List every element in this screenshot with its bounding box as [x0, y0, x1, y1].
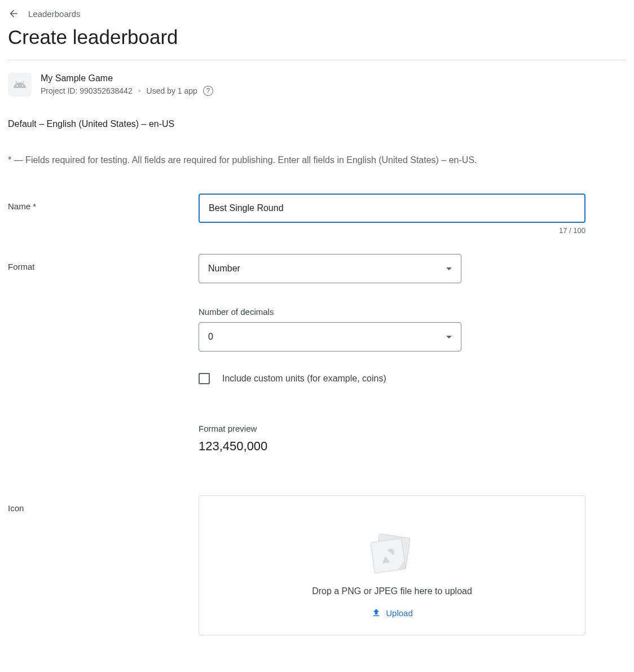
page-title: Create leaderboard: [8, 26, 626, 49]
format-preview-value: 123,450,000: [199, 439, 585, 454]
breadcrumb-label[interactable]: Leaderboards: [28, 9, 81, 19]
back-arrow-icon[interactable]: [8, 8, 19, 19]
format-select[interactable]: Number: [199, 254, 461, 283]
breadcrumb: Leaderboards: [8, 8, 626, 19]
file-stack-icon: [372, 535, 412, 575]
decimals-select[interactable]: 0: [199, 322, 461, 352]
format-select-value: Number: [208, 263, 240, 274]
dot-separator: •: [138, 86, 141, 95]
upload-button[interactable]: Upload: [371, 608, 413, 618]
chevron-down-icon: [446, 267, 452, 270]
project-header: My Sample Game Project ID: 990352638442 …: [8, 73, 626, 96]
locale-text: Default – English (United States) – en-U…: [8, 119, 626, 129]
chevron-down-icon: [446, 336, 452, 339]
format-preview-label: Format preview: [199, 424, 585, 433]
project-name: My Sample Game: [41, 73, 213, 84]
help-icon[interactable]: ?: [203, 86, 213, 96]
project-id: Project ID: 990352638442: [41, 86, 133, 95]
name-label: Name *: [8, 194, 199, 211]
custom-units-label: Include custom units (for example, coins…: [222, 374, 386, 384]
custom-units-checkbox[interactable]: [199, 373, 210, 384]
decimals-select-value: 0: [208, 332, 213, 342]
format-label: Format: [8, 254, 199, 271]
upload-label: Upload: [386, 608, 413, 618]
android-icon: [8, 73, 32, 96]
icon-drop-zone[interactable]: Drop a PNG or JPEG file here to upload U…: [199, 495, 585, 635]
divider: [8, 60, 626, 60]
decimals-label: Number of decimals: [199, 307, 585, 317]
hint-text: * — Fields required for testing. All fie…: [8, 155, 626, 165]
name-char-counter: 17 / 100: [199, 226, 585, 235]
used-by-text: Used by 1 app: [147, 86, 197, 95]
icon-label: Icon: [8, 495, 199, 513]
name-input[interactable]: [199, 194, 585, 223]
drop-zone-text: Drop a PNG or JPEG file here to upload: [312, 586, 472, 596]
